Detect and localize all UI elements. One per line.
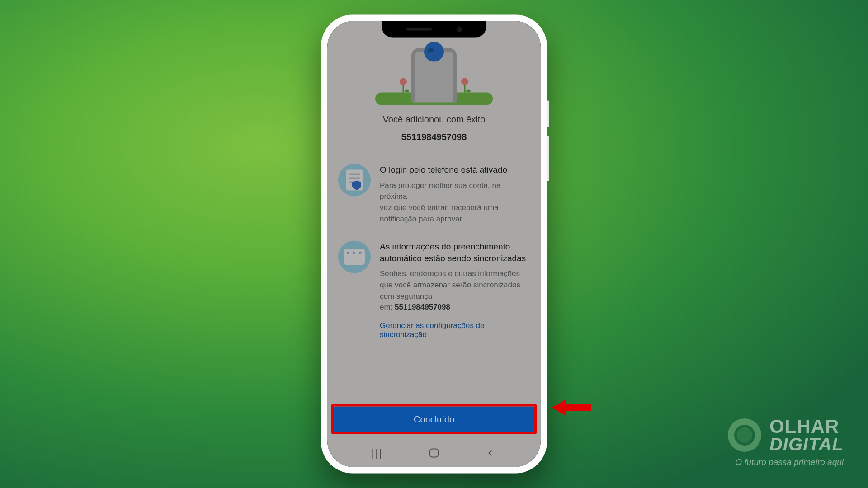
speaker-icon — [406, 28, 432, 31]
brand-name-line2: DIGITAL — [769, 436, 844, 453]
feature-autofill-sync: As informações do preenchimento automáti… — [338, 241, 530, 339]
phone-shield-icon — [338, 164, 371, 197]
manage-sync-link[interactable]: Gerenciar as configurações de sincroniza… — [380, 321, 530, 339]
home-button[interactable] — [429, 448, 439, 459]
back-button[interactable] — [485, 448, 496, 459]
hero-illustration — [338, 47, 530, 105]
globe-icon — [424, 42, 444, 62]
added-phone-number: 5511984957098 — [338, 132, 530, 142]
feature-title: O login pelo telefone está ativado — [380, 164, 530, 176]
phone-notch — [382, 21, 486, 38]
feature-phone-login: O login pelo telefone está ativado Para … — [338, 164, 530, 225]
brand-watermark: OLHAR DIGITAL O futuro passa primeiro aq… — [728, 418, 844, 467]
device-illustration-icon — [411, 48, 457, 103]
side-button — [547, 136, 549, 181]
side-button — [547, 101, 549, 127]
feature-description: Para proteger melhor sua conta, na próxi… — [380, 180, 530, 225]
done-button-label: Concluído — [414, 414, 454, 424]
svg-marker-0 — [552, 399, 591, 416]
feature-title: As informações do preenchimento automáti… — [380, 241, 530, 264]
success-message: Você adicionou com êxito — [338, 114, 530, 125]
feature-description: Senhas, endereços e outras informações q… — [380, 268, 530, 313]
screen: Você adicionou com êxito 5511984957098 O… — [327, 21, 541, 467]
android-nav-bar: ||| — [327, 439, 541, 467]
brand-logo-icon — [728, 418, 761, 452]
annotation-arrow-icon — [552, 398, 591, 418]
done-button[interactable]: Concluído — [334, 407, 534, 432]
phone-body: Você adicionou com êxito 5511984957098 O… — [327, 21, 541, 467]
front-camera-icon — [457, 27, 462, 32]
brand-tagline: O futuro passa primeiro aqui — [735, 457, 844, 467]
sync-icon — [338, 241, 371, 273]
brand-name-line1: OLHAR — [769, 418, 844, 436]
phone-frame: Você adicionou com êxito 5511984957098 O… — [321, 15, 547, 474]
recent-apps-button[interactable]: ||| — [372, 448, 383, 459]
